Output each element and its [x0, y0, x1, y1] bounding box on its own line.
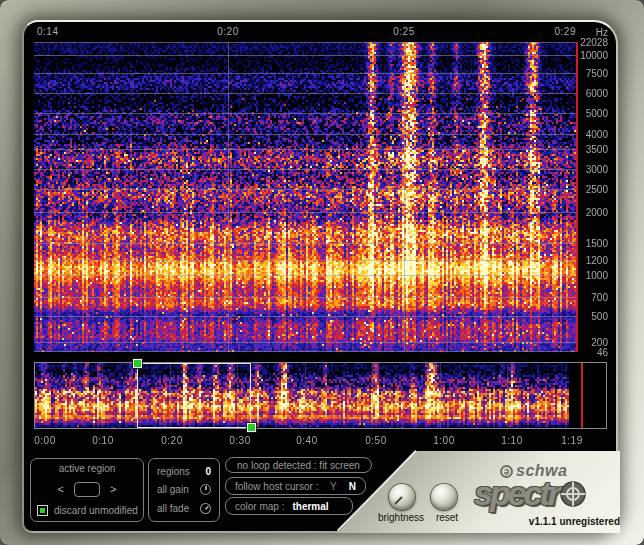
follow-cursor-button[interactable]: follow host cursor : Y N — [225, 477, 366, 495]
grid-line-h — [34, 42, 578, 43]
product-name: spectr — [474, 474, 558, 513]
grid-line-h — [34, 243, 578, 244]
active-region-group: active region < > discard unmodified — [30, 458, 144, 522]
time-ruler-main: 0:140:200:250:29 — [34, 26, 578, 40]
freq-label: 700 — [591, 293, 608, 303]
crosshair-icon — [560, 481, 586, 507]
time-label: 1:10 — [501, 435, 522, 447]
grid-line-h — [34, 169, 578, 170]
next-region-button[interactable]: > — [110, 484, 116, 495]
reset-knob[interactable] — [431, 484, 457, 510]
all-gain-label: all gain — [157, 484, 189, 495]
grid-line-h — [34, 351, 578, 352]
time-ruler-overview: 0:000:100:200:300:400:501:001:101:19 — [34, 435, 607, 449]
grid-line-v — [440, 363, 441, 428]
freq-label: 1500 — [586, 239, 608, 249]
spectrogram-main[interactable] — [34, 42, 578, 352]
grid-line-v — [404, 42, 405, 352]
grid-line-h — [34, 316, 578, 317]
freq-label: 46 — [597, 348, 608, 358]
overview-canvas[interactable] — [35, 363, 606, 428]
colormap-value[interactable]: thermal — [292, 501, 328, 512]
time-label: 0:50 — [365, 435, 386, 447]
grid-line-h — [34, 297, 578, 298]
freq-label: 500 — [591, 312, 608, 322]
time-label: 0:25 — [393, 26, 414, 38]
plugin-window: 0:140:200:250:29 Hz 22028100007500600050… — [0, 0, 644, 545]
grid-line-h — [34, 134, 578, 135]
freq-label: 1200 — [586, 256, 608, 266]
follow-no-option[interactable]: N — [349, 481, 356, 492]
knob-tick-icon — [205, 506, 209, 510]
selection-handle-end[interactable] — [247, 423, 256, 432]
freq-label: 3000 — [586, 165, 608, 175]
region-display-box[interactable] — [74, 482, 100, 497]
checkbox-check-icon — [40, 508, 45, 513]
grid-line-h — [34, 260, 578, 261]
all-gain-knob-icon[interactable] — [200, 484, 211, 495]
grid-line-h — [34, 93, 578, 94]
grid-line-h — [34, 275, 578, 276]
time-label: 0:20 — [217, 26, 238, 38]
freq-label: 22028 — [580, 38, 608, 48]
freq-label: 1000 — [586, 271, 608, 281]
time-label: 0:40 — [296, 435, 317, 447]
grid-line-h — [34, 342, 578, 343]
regions-group: regions 0 all gain all fade — [148, 458, 220, 522]
freq-label: 7500 — [586, 69, 608, 79]
grid-line-h — [34, 149, 578, 150]
time-label: 0:00 — [34, 435, 55, 447]
freq-label: 4000 — [586, 130, 608, 140]
grid-line-v — [305, 363, 306, 428]
discard-checkbox[interactable] — [37, 505, 48, 516]
grid-line-h — [34, 212, 578, 213]
grid-line-h — [34, 55, 578, 56]
freq-label: 5000 — [586, 109, 608, 119]
freq-label: 6000 — [586, 89, 608, 99]
follow-cursor-label: follow host cursor : — [235, 481, 318, 492]
time-label: 1:00 — [433, 435, 454, 447]
knob-indicator — [394, 496, 402, 504]
reset-label: reset — [420, 512, 474, 523]
all-fade-knob-icon[interactable] — [198, 501, 214, 517]
grid-line-v — [372, 363, 373, 428]
freq-label: 3500 — [586, 145, 608, 155]
overview-strip[interactable] — [34, 362, 607, 429]
colormap-button[interactable]: color map : thermal — [225, 497, 353, 515]
active-region-title: active region — [31, 463, 143, 474]
time-label: 0:14 — [37, 26, 58, 38]
version-text: v1.1.1 unregistered — [498, 516, 620, 527]
grid-line-h — [34, 113, 578, 114]
time-label: 0:10 — [92, 435, 113, 447]
freq-label: 2000 — [586, 208, 608, 218]
regions-value: 0 — [205, 466, 211, 477]
selection-box[interactable] — [137, 363, 251, 428]
grid-line-v — [507, 363, 508, 428]
time-label: 0:29 — [555, 26, 576, 38]
spectrogram-canvas[interactable] — [34, 42, 578, 352]
freq-axis: Hz 2202810000750060005000400035003000250… — [578, 42, 610, 352]
time-label: 0:20 — [161, 435, 182, 447]
loop-status-button[interactable]: no loop detected : fit screen — [225, 457, 372, 473]
discard-label: discard unmodified — [54, 505, 138, 516]
grid-line-h — [34, 73, 578, 74]
prev-region-button[interactable]: < — [58, 484, 64, 495]
overview-playhead — [581, 363, 583, 428]
freq-label: 10000 — [580, 51, 608, 61]
follow-yes-option[interactable]: Y — [330, 481, 337, 492]
time-label: 0:30 — [229, 435, 250, 447]
grid-line-h — [34, 189, 578, 190]
all-fade-label: all fade — [157, 503, 189, 514]
colormap-label: color map : — [235, 501, 284, 512]
knob-tick-icon — [205, 486, 207, 490]
grid-line-v — [102, 363, 103, 428]
grid-line-v — [228, 42, 229, 352]
selection-handle-start[interactable] — [133, 359, 142, 368]
freq-label: 2500 — [586, 185, 608, 195]
time-label: 1:19 — [561, 435, 582, 447]
product-logo: spectr — [474, 474, 586, 513]
regions-label: regions — [157, 466, 190, 477]
brightness-knob[interactable] — [389, 484, 415, 510]
